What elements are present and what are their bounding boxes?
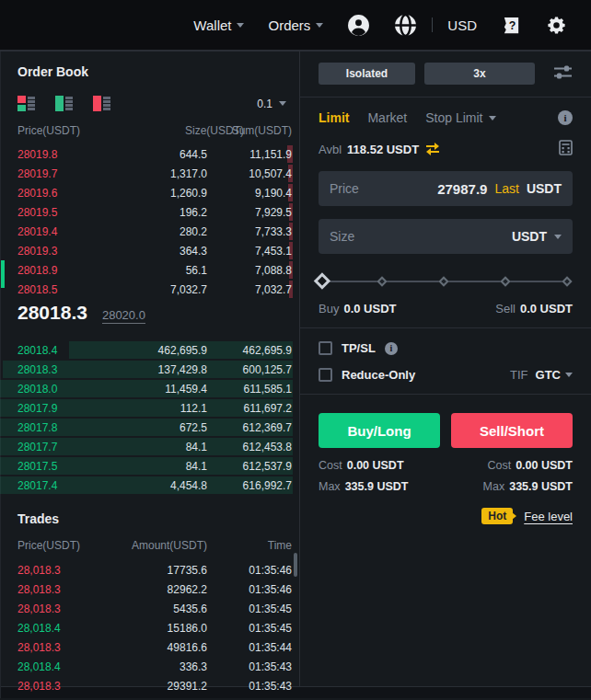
bid-sum: 611,585.1 <box>207 383 292 396</box>
bid-sum: 462,695.9 <box>207 344 292 357</box>
bid-row[interactable]: 28018.4462,695.9462,695.9 <box>1 340 299 360</box>
ask-size: 280.2 <box>106 225 207 238</box>
bid-row[interactable]: 28018.3137,429.8600,125.7 <box>1 360 299 379</box>
reduce-only-row: Reduce-Only TIF GTC <box>319 368 573 382</box>
bid-size: 112.1 <box>106 402 207 415</box>
ask-price: 28018.5 <box>17 283 106 296</box>
tif-value: GTC <box>536 368 561 382</box>
slider-handle[interactable] <box>314 272 330 289</box>
bid-row[interactable]: 28017.784.1612,453.8 <box>1 437 299 456</box>
sell-amount-label: Sell <box>495 302 516 316</box>
tif-label: TIF <box>510 368 528 382</box>
size-slider[interactable] <box>320 274 567 289</box>
reduce-only-checkbox[interactable] <box>319 368 332 382</box>
slider-step-50[interactable] <box>438 276 448 286</box>
trade-row[interactable]: 28,018.349816.601:35:44 <box>1 637 299 657</box>
margin-mode-button[interactable]: Isolated <box>319 63 415 85</box>
size-input-label: Size <box>330 229 354 244</box>
scrollbar-thumb[interactable] <box>294 553 297 577</box>
trade-row[interactable]: 28,018.4336.301:35:43 <box>1 657 299 676</box>
bid-sum: 616,992.7 <box>207 479 292 492</box>
trade-row[interactable]: 28,018.415186.001:35:45 <box>1 618 299 637</box>
transfer-swap-icon[interactable] <box>424 143 441 155</box>
settings-gear-icon[interactable] <box>546 15 567 36</box>
order-type-tabs: Limit Market Stop Limit i <box>300 110 591 125</box>
bid-size: 137,429.8 <box>106 363 207 376</box>
available-balance-row: Avbl 118.52 USDT <box>300 140 591 158</box>
slider-step-75[interactable] <box>500 276 510 286</box>
ask-sum: 7,929.5 <box>207 206 292 219</box>
bid-price: 28017.9 <box>17 402 106 415</box>
ask-row[interactable]: 28019.8644.511,151.9 <box>1 144 299 164</box>
price-input[interactable]: Price 27987.9 Last USDT <box>319 171 573 206</box>
size-unit-dropdown[interactable]: USDT <box>512 229 547 244</box>
tab-stop-limit[interactable]: Stop Limit <box>425 110 495 125</box>
trade-amount: 17735.6 <box>106 564 207 577</box>
trade-row[interactable]: 28,018.35435.601:35:45 <box>1 599 299 618</box>
help-icon[interactable]: ? <box>501 15 522 36</box>
max-buy-value: 335.9 USDT <box>345 480 409 493</box>
mark-price[interactable]: 28020.0 <box>102 308 145 324</box>
last-price[interactable]: 28018.3 <box>17 302 87 324</box>
tab-market[interactable]: Market <box>367 110 407 125</box>
wallet-menu[interactable]: Wallet <box>193 17 244 33</box>
tpsl-checkbox[interactable] <box>319 341 332 355</box>
ask-price: 28019.3 <box>17 245 106 258</box>
bid-size: 672.5 <box>106 421 207 434</box>
profile-icon[interactable] <box>347 14 370 37</box>
info-icon[interactable]: i <box>385 342 398 355</box>
bid-size: 462,695.9 <box>106 344 207 357</box>
ask-row[interactable]: 28018.956.17,088.8 <box>1 260 299 280</box>
trade-row[interactable]: 28,018.382962.201:35:46 <box>1 580 299 599</box>
trade-row[interactable]: 28,018.317735.601:35:46 <box>1 560 299 580</box>
bid-row[interactable]: 28017.9112.1611,697.2 <box>1 398 299 418</box>
chevron-down-icon <box>554 235 562 239</box>
precision-value: 0.1 <box>257 98 272 110</box>
cost-label: Cost <box>487 459 511 472</box>
use-last-price-button[interactable]: Last <box>494 181 518 196</box>
trade-amount: 5435.6 <box>106 602 207 615</box>
book-view-bids-icon[interactable] <box>55 96 73 111</box>
mid-price-row: 28018.3 28020.0 <box>1 302 299 335</box>
max-label: Max <box>319 480 341 493</box>
ask-row[interactable]: 28019.4280.27,733.3 <box>1 222 299 241</box>
tab-limit[interactable]: Limit <box>319 110 349 125</box>
book-view-both-icon[interactable] <box>17 96 35 111</box>
ask-row[interactable]: 28019.5196.27,929.5 <box>1 202 299 222</box>
cost-label: Cost <box>319 459 342 472</box>
ask-price: 28019.7 <box>17 167 106 180</box>
bid-row[interactable]: 28017.584.1612,537.9 <box>1 456 299 476</box>
ask-sum: 10,507.4 <box>207 167 292 180</box>
size-input[interactable]: Size USDT <box>319 219 573 254</box>
ask-row[interactable]: 28018.57,032.77,032.7 <box>1 280 299 299</box>
precision-dropdown[interactable]: 0.1 <box>257 98 286 110</box>
tpsl-row: TP/SL i <box>319 341 573 355</box>
book-view-asks-icon[interactable] <box>93 96 110 111</box>
orders-menu[interactable]: Orders <box>268 17 323 33</box>
sell-short-button[interactable]: Sell/Short <box>451 413 573 448</box>
preferences-sliders-icon[interactable] <box>553 64 573 84</box>
bid-row[interactable]: 28017.8672.5612,369.7 <box>1 418 299 437</box>
leverage-button[interactable]: 3x <box>424 63 535 85</box>
ask-row[interactable]: 28019.71,317.010,507.4 <box>1 164 299 183</box>
bid-price: 28018.3 <box>17 363 106 376</box>
slider-step-25[interactable] <box>377 276 387 286</box>
calculator-icon[interactable] <box>559 140 573 158</box>
info-icon[interactable]: i <box>558 110 573 125</box>
currency-label[interactable]: USD <box>447 17 477 33</box>
ask-price: 28019.6 <box>17 187 106 200</box>
tif-dropdown[interactable]: GTC <box>536 368 573 382</box>
trade-time: 01:35:45 <box>207 622 292 635</box>
bid-price: 28017.7 <box>17 441 106 453</box>
buy-long-button[interactable]: Buy/Long <box>319 413 440 448</box>
bid-sum: 612,537.9 <box>207 460 292 473</box>
slider-step-100[interactable] <box>562 276 572 286</box>
ask-row[interactable]: 28019.61,260.99,190.4 <box>1 183 299 202</box>
ask-row[interactable]: 28019.3364.37,453.1 <box>1 241 299 260</box>
bid-row[interactable]: 28017.44,454.8616,992.7 <box>1 476 299 495</box>
col-sum: Sum(USDT) <box>207 124 292 139</box>
fee-level-link[interactable]: Fee level <box>524 510 573 523</box>
chevron-down-icon <box>237 23 244 28</box>
bid-row[interactable]: 28018.011,459.4611,585.1 <box>1 379 299 398</box>
language-globe-icon[interactable] <box>394 14 417 37</box>
